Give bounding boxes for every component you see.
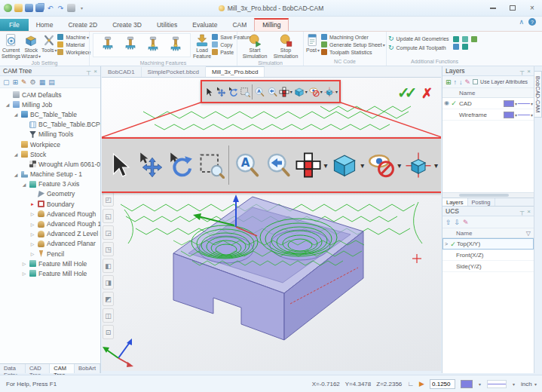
new-icon[interactable]	[4, 4, 12, 12]
ribbon-tab[interactable]: Utilities	[149, 19, 185, 31]
tree-expander[interactable]	[13, 172, 19, 177]
layer-linestyle-swatch[interactable]	[518, 100, 530, 107]
left-panel-tab[interactable]: BobArt	[75, 364, 100, 373]
new-page-icon[interactable]: ▢	[3, 78, 10, 86]
toolpath-statistics-button[interactable]: Toolpath Statistics	[321, 49, 385, 55]
save-icon[interactable]	[25, 4, 33, 12]
current-settings-button[interactable]: Current Settings	[2, 32, 20, 60]
redo-icon[interactable]: ↷	[57, 4, 65, 12]
view-orientation-icon[interactable]: ◧	[103, 259, 114, 273]
view-planes-button[interactable]	[279, 87, 292, 97]
view-ucs-button[interactable]	[405, 152, 438, 179]
tree-expander[interactable]	[29, 231, 35, 237]
rotate-tool-button[interactable]	[167, 152, 194, 179]
tree-expander[interactable]	[29, 241, 35, 247]
ucs-row[interactable]: Side(Y/Z)	[442, 261, 534, 272]
toolbar-separator[interactable]	[252, 84, 253, 100]
copy-tree-icon[interactable]: ⊞	[13, 78, 19, 86]
help-icon[interactable]: ?	[528, 18, 536, 26]
snap-cursor-icon[interactable]: ▶	[419, 380, 424, 387]
rotate-tool-button[interactable]	[228, 87, 238, 97]
tree-item[interactable]: Advanced Rough 1	[0, 219, 100, 228]
tree-expander[interactable]	[29, 211, 35, 216]
tree-expander[interactable]	[21, 182, 27, 187]
tree-item[interactable]: Stock	[0, 149, 100, 159]
view-orientation-icon[interactable]: ⊡	[103, 325, 114, 339]
compute-all-toolpath-button[interactable]: ↻Compute All Toolpath	[388, 44, 449, 51]
update-all-geometries-button[interactable]: ↻Update All Geometries	[388, 35, 449, 41]
pin-panel-icon[interactable]: ┬	[87, 68, 91, 75]
ribbon-tab[interactable]: Create 2D	[60, 19, 105, 31]
ucs-row[interactable]: > ✓ Top(X/Y)	[442, 238, 534, 250]
zoom-previous-button[interactable]	[267, 87, 277, 97]
layer-linestyle-swatch[interactable]	[518, 112, 530, 118]
tree-item[interactable]: Pencil	[0, 249, 100, 259]
layers-panel-tab[interactable]: Layers	[442, 198, 468, 206]
close-panel-icon[interactable]: ×	[527, 208, 531, 215]
units-selector[interactable]: inch ▾	[521, 381, 537, 387]
tree-expander[interactable]	[29, 222, 35, 227]
generate-setup-sheet-button[interactable]: Generate Setup Sheet	[321, 41, 385, 47]
open-icon[interactable]	[14, 4, 23, 12]
view-isometric-button[interactable]	[331, 152, 364, 179]
mill-feature-icon[interactable]	[122, 35, 139, 55]
workpiece-button[interactable]: Workpiece	[57, 49, 90, 55]
zoom-window-button[interactable]	[198, 152, 225, 179]
collapse-ribbon-icon[interactable]: ∧	[519, 18, 524, 26]
tree-item[interactable]: Workpiece	[0, 139, 100, 149]
tree-item[interactable]: Advanced Rough	[0, 209, 100, 219]
grid-view-icon[interactable]: ▦	[39, 78, 46, 86]
ribbon-tab[interactable]: Home	[29, 19, 61, 31]
tree-item[interactable]: Geometry	[0, 189, 100, 199]
tree-item[interactable]: Feature 3 Axis	[0, 179, 100, 189]
customize-qat-icon[interactable]: ▾	[78, 4, 86, 12]
linestyle-dropdown-icon[interactable]: ▾	[531, 112, 533, 118]
color-dropdown-icon[interactable]: ▾	[515, 101, 517, 106]
current-linestyle-swatch[interactable]	[487, 380, 507, 388]
ribbon-tab[interactable]: CAM	[225, 19, 254, 31]
linestyle-dropdown-icon[interactable]: ▾	[531, 101, 533, 106]
tree-item[interactable]: Milling Job	[0, 100, 100, 109]
pan-tool-button[interactable]	[136, 152, 164, 179]
ribbon-tab[interactable]: File	[0, 19, 29, 31]
tree-expander[interactable]	[13, 152, 19, 157]
restore-button[interactable]	[503, 2, 522, 15]
machining-order-button[interactable]: Machining Order	[321, 34, 385, 40]
zoom-previous-button[interactable]	[264, 152, 291, 179]
view-orientation-icon[interactable]: ◩	[103, 292, 114, 306]
toolbar-separator[interactable]	[228, 145, 229, 185]
color-dropdown-icon[interactable]: ▾	[479, 381, 481, 387]
ucs-down-icon[interactable]: ⇩	[455, 219, 461, 226]
tree-expander[interactable]	[21, 261, 27, 266]
layer-color-swatch[interactable]	[504, 100, 514, 107]
ucs-edit-icon[interactable]: ✎	[463, 219, 469, 226]
add-layer-icon[interactable]: ⊞	[446, 78, 452, 86]
hide-entities-button[interactable]	[309, 87, 323, 97]
machine-button[interactable]: Machine	[57, 34, 90, 40]
view-orientation-icon[interactable]: ◰	[103, 192, 114, 207]
tree-expander[interactable]	[21, 271, 27, 276]
viewport-ok-icon[interactable]: ✓✓	[397, 84, 412, 102]
tree-item[interactable]: Machine Setup - 1	[0, 170, 100, 179]
tree-expander[interactable]	[29, 251, 35, 256]
grid-size-input[interactable]	[430, 379, 455, 389]
tree-item[interactable]: BC_Table_Table.BCPct	[0, 120, 100, 130]
view-ucs-button[interactable]	[324, 87, 338, 97]
load-feature-button[interactable]: Load Feature	[193, 32, 211, 60]
layer-row[interactable]: Wireframe ▾ ▾	[442, 109, 534, 121]
tree-item[interactable]: Milling Tools	[0, 130, 100, 139]
view-planes-button[interactable]	[295, 152, 328, 179]
document-tab[interactable]: Mill_3x_Pro.bbcd	[206, 66, 265, 77]
current-color-swatch[interactable]	[461, 380, 473, 388]
material-button[interactable]: Material	[57, 41, 90, 47]
viewport[interactable]: ◰ ◱ ◲ ◳ ◧ ◨ ◩ ◫ ⊡	[102, 78, 441, 371]
ucs-corner-icon[interactable]: ∟	[407, 380, 414, 387]
ribbon-tab[interactable]: Evaluate	[185, 19, 225, 31]
view-orientation-icon[interactable]: ◲	[103, 225, 114, 240]
filter-icon[interactable]: ▽	[526, 230, 534, 237]
tree-item[interactable]: Advanced Z Level Finish	[0, 229, 100, 239]
print-icon[interactable]	[67, 4, 75, 12]
pan-tool-button[interactable]	[216, 87, 226, 97]
tree-item[interactable]: Boundary	[0, 199, 100, 209]
post-button[interactable]: Post	[305, 32, 320, 54]
